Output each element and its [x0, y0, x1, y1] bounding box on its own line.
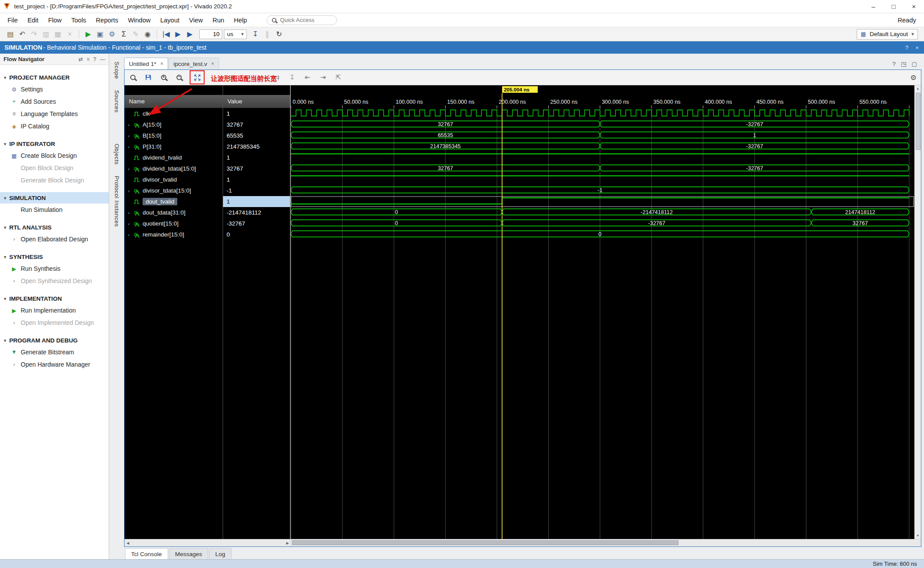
- swap-cursor-icon[interactable]: ⇱: [334, 73, 343, 82]
- sim-run-all-icon[interactable]: ▶: [172, 29, 184, 40]
- signal-value-dividend-tdata-15-0[interactable]: 32767: [223, 163, 290, 174]
- float-window-icon[interactable]: ◳: [901, 61, 906, 67]
- undo-icon[interactable]: ↶: [16, 29, 28, 40]
- expand-icon[interactable]: ›: [126, 210, 131, 215]
- minimize-icon[interactable]: –: [863, 0, 884, 13]
- flownav-section-synthesis[interactable]: ▾SYNTHESIS: [0, 251, 109, 262]
- signal-value-b-15-0[interactable]: 65535: [223, 130, 290, 141]
- go-to-start-icon[interactable]: ⇤: [303, 73, 312, 82]
- flownav-item-open-implemented-design[interactable]: ›Open Implemented Design: [0, 317, 109, 329]
- copy-icon[interactable]: ▥: [40, 29, 52, 40]
- signal-row-p-31-0[interactable]: ›P[31:0]: [125, 141, 223, 152]
- flownav-item-generate-bitstream[interactable]: ▼Generate Bitstream: [0, 346, 109, 358]
- help-icon[interactable]: ?: [905, 44, 908, 51]
- flownav-item-language-templates[interactable]: ≡Language Templates: [0, 108, 109, 120]
- signal-row-a-15-0[interactable]: ›A[15:0]: [125, 119, 223, 130]
- sum-icon[interactable]: Σ: [118, 29, 130, 40]
- name-column-header[interactable]: Name: [125, 95, 223, 108]
- menu-window[interactable]: Window: [123, 13, 156, 27]
- sim-relaunch-icon[interactable]: ↻: [273, 29, 285, 40]
- scroll-down-icon[interactable]: ▼: [916, 532, 920, 539]
- bottom-tab-tcl-console[interactable]: Tcl Console: [125, 548, 168, 559]
- signal-row-clk[interactable]: clk: [125, 108, 223, 119]
- signal-row-quotient-15-0[interactable]: ›quotient[15:0]: [125, 218, 223, 229]
- side-tab-sources[interactable]: Sources: [114, 90, 120, 113]
- menu-edit[interactable]: Edit: [22, 13, 43, 27]
- tab-untitled-1[interactable]: Untitled 1*×: [124, 58, 168, 69]
- minimize-panel-icon[interactable]: —: [100, 56, 105, 62]
- run-trigger-icon[interactable]: ⇉: [272, 73, 282, 82]
- flownav-section-implementation[interactable]: ▾IMPLEMENTATION: [0, 293, 109, 304]
- close-icon[interactable]: ×: [904, 0, 924, 13]
- flownav-item-open-synthesized-design[interactable]: ›Open Synthesized Design: [0, 275, 109, 287]
- run-flow-icon[interactable]: ▶: [82, 29, 94, 40]
- add-marker-icon[interactable]: ↧: [287, 73, 297, 82]
- side-tab-objects[interactable]: Objects: [114, 144, 120, 165]
- flownav-item-create-block-design[interactable]: ▦Create Block Design: [0, 149, 109, 162]
- previous-transition-icon[interactable]: ↤: [226, 73, 235, 82]
- flownav-item-run-implementation[interactable]: ▶Run Implementation: [0, 304, 109, 317]
- layout-selector[interactable]: ▦ Default Layout ▾: [857, 29, 918, 40]
- expand-icon[interactable]: ›: [126, 232, 131, 237]
- side-tab-scope[interactable]: Scope: [114, 62, 120, 79]
- flownav-item-run-synthesis[interactable]: ▶Run Synthesis: [0, 262, 109, 275]
- signal-value-dividend-tvalid[interactable]: 1: [223, 152, 290, 163]
- vertical-scrollbar[interactable]: ▲ ▼: [914, 85, 921, 539]
- help-icon[interactable]: ?: [892, 61, 895, 67]
- pin-icon[interactable]: ≡: [87, 56, 90, 62]
- bottom-tab-messages[interactable]: Messages: [169, 548, 209, 559]
- signal-row-dividend-tvalid[interactable]: dividend_tvalid: [125, 152, 223, 163]
- expand-icon[interactable]: ›: [126, 188, 131, 193]
- sim-restart-icon[interactable]: |◀: [160, 29, 172, 40]
- signal-row-dout-tvalid[interactable]: dout_tvalid: [125, 196, 223, 207]
- horizontal-scroll-thumb[interactable]: [292, 540, 678, 545]
- sim-step-icon[interactable]: ↧: [249, 29, 261, 40]
- run-behavioral-icon[interactable]: ⇀: [257, 73, 266, 82]
- flownav-section-program-and-debug[interactable]: ▾PROGRAM AND DEBUG: [0, 335, 109, 346]
- menu-tools[interactable]: Tools: [66, 13, 91, 27]
- name-column-scrollbar[interactable]: ◀ ▶: [125, 539, 291, 546]
- flownav-section-simulation[interactable]: ▾SIMULATION: [0, 192, 109, 204]
- tab-ipcore-test-v[interactable]: ipcore_test.v×: [169, 58, 219, 69]
- zoom-to-cursor-icon[interactable]: ↔: [210, 73, 220, 82]
- zoom-in-icon[interactable]: [159, 73, 169, 82]
- go-to-end-icon[interactable]: ⇥: [318, 73, 328, 82]
- flownav-item-ip-catalog[interactable]: ◈IP Catalog: [0, 120, 109, 132]
- edit-pencil-icon[interactable]: ✎: [130, 29, 142, 40]
- maximize-icon[interactable]: □: [884, 0, 904, 13]
- menu-file[interactable]: File: [3, 13, 22, 27]
- flownav-item-run-simulation[interactable]: Run Simulation: [0, 204, 109, 216]
- zoom-fit-icon[interactable]: [192, 73, 202, 82]
- expand-icon[interactable]: ›: [126, 166, 131, 171]
- help-icon[interactable]: ?: [93, 56, 96, 62]
- flownav-item-open-elaborated-design[interactable]: ›Open Elaborated Design: [0, 233, 109, 245]
- scroll-right-icon[interactable]: ▶: [284, 541, 291, 545]
- signal-row-dividend-tdata-15-0[interactable]: ›dividend_tdata[15:0]: [125, 163, 223, 174]
- next-transition-icon[interactable]: ↦: [241, 73, 251, 82]
- save-waveform-icon[interactable]: [143, 73, 153, 82]
- redo-icon[interactable]: ↷: [28, 29, 40, 40]
- signal-row-divisor-tdata-15-0[interactable]: ›divisor_tdata[15:0]: [125, 185, 223, 196]
- find-icon[interactable]: [128, 73, 138, 82]
- signal-value-divisor-tdata-15-0[interactable]: -1: [223, 185, 290, 196]
- flownav-item-add-sources[interactable]: +Add Sources: [0, 95, 109, 108]
- value-column-header[interactable]: Value: [223, 95, 290, 108]
- waveform-scrollbar[interactable]: [291, 539, 914, 546]
- side-tab-protocol-instances[interactable]: Protocol Instances: [114, 176, 120, 227]
- paste-icon[interactable]: ▦: [52, 29, 64, 40]
- sim-pause-icon[interactable]: ∥: [261, 29, 273, 40]
- menu-reports[interactable]: Reports: [91, 13, 123, 27]
- tab-close-icon[interactable]: ×: [160, 61, 163, 67]
- signal-value-quotient-15-0[interactable]: -32767: [223, 218, 290, 229]
- signal-value-divisor-tvalid[interactable]: 1: [223, 174, 290, 185]
- signal-value-remainder-15-0[interactable]: 0: [223, 229, 290, 240]
- tab-close-icon[interactable]: ×: [211, 61, 214, 67]
- flownav-item-open-block-design[interactable]: Open Block Design: [0, 162, 109, 174]
- delete-icon[interactable]: ×: [64, 29, 76, 40]
- flownav-section-rtl-analysis[interactable]: ▾RTL ANALYSIS: [0, 222, 109, 233]
- flownav-item-generate-block-design[interactable]: Generate Block Design: [0, 174, 109, 186]
- signal-value-a-15-0[interactable]: 32767: [223, 119, 290, 130]
- sim-run-for-icon[interactable]: ▶: [184, 29, 196, 40]
- scroll-up-icon[interactable]: ▲: [916, 85, 920, 92]
- time-unit-select[interactable]: us ▾: [224, 29, 247, 39]
